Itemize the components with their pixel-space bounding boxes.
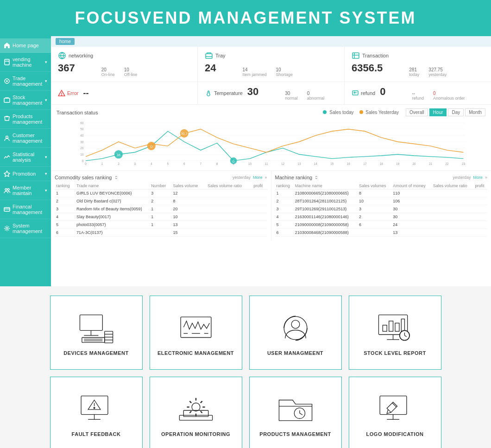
sidebar-item-stats[interactable]: Statistical analysis ▾ [0,148,51,167]
tile-products[interactable]: PRODUCTS MANAGEMENT [249,377,342,448]
transaction-right-label: yesterday [428,72,447,77]
tile-fault-label: FAULT FEEDBACK [72,431,121,437]
cell-number: 1 [150,205,171,213]
cell-sales: 3 [358,205,391,213]
legend-dot-yesterday [359,110,363,114]
sidebar-item-home[interactable]: Home page [0,38,51,53]
table-row: 6 21030008468(21090000588) 13 [275,229,488,237]
svg-text:15: 15 [330,162,334,165]
col-sales-volumes: Sales volumes [358,183,391,189]
networking-right-val: 10 [124,67,138,72]
cell-number: 1 [150,213,171,221]
sidebar-item-customer[interactable]: Customer management [0,129,51,148]
transaction-header: Transaction [352,51,484,60]
cell-name: 28T1001264(28110012125) [294,197,358,205]
networking-icon [58,51,66,60]
cell-rank: 1 [275,189,294,197]
col-amount: Amount of money [391,183,432,189]
commodity-more[interactable]: More [253,175,263,180]
chart-area: Transaction status Sales today Sales Yes… [51,105,491,171]
svg-text:14: 14 [314,162,318,165]
sidebar-item-system[interactable]: System management [0,219,51,238]
refund-section: refund 0 -- refund 0 Anomalous order [345,82,491,104]
transaction-left-label: today [409,72,419,77]
svg-text:30: 30 [80,140,84,144]
svg-text:0: 0 [85,162,87,165]
cell-amount: 30 [391,205,432,213]
cell-amount: 24 [391,221,432,229]
temp-left: 30 normal [285,91,298,101]
chevron-icon: ▾ [45,79,47,83]
svg-text:18: 18 [380,162,384,165]
svg-text:1: 1 [101,162,103,165]
tray-right: 10 Shortage [276,67,293,77]
cell-ratio [432,213,474,221]
tile-fault[interactable]: FAULT FEEDBACK [50,377,143,448]
devices-icon [78,309,115,347]
sidebar-item-member[interactable]: Member maintain ▾ [0,181,51,200]
commodity-title: Commodity sales ranking [55,175,119,180]
cell-profit [252,189,267,197]
tab-hour[interactable]: Hour [429,108,447,116]
customer-icon [4,135,10,141]
refund-right-val: 0 [433,91,465,96]
sidebar-item-promo[interactable]: Promotion ▾ [0,167,51,181]
sidebar-item-financial[interactable]: Financal management [0,200,51,219]
temperature-label: Temperature [205,89,243,97]
tile-electronic[interactable]: ELECTRONIC MANAGEMENT [150,296,242,370]
sidebar-label: Home page [13,43,39,48]
cell-sales [358,229,391,237]
legend-yesterday: Sales Yesterday [359,110,399,115]
tab-overall[interactable]: Overall [406,108,428,116]
networking-left-val: 20 [101,67,115,72]
tile-stock[interactable]: STOCK LEVEL REPORT [349,296,441,370]
temperature-icon [205,89,212,97]
cell-rank: 4 [275,213,294,221]
sidebar-item-stock[interactable]: Stock management ▾ [0,91,51,110]
col-trade-name: Trade name [75,183,150,189]
svg-text:22: 22 [445,162,449,165]
cell-name: Old Dirty Bastard c(027) [75,197,150,205]
tile-operation[interactable]: OPERATION MONITORING [150,377,242,448]
networking-big: 367 [58,62,75,74]
svg-rect-108 [380,396,407,414]
cell-name: Slay Beauty(0017) [75,213,150,221]
tile-devices[interactable]: DEVICES MANAGEMENT [50,296,143,370]
machine-more[interactable]: More [473,175,483,180]
sidebar-item-products[interactable]: Products management [0,110,51,129]
tab-month[interactable]: Month [465,108,485,116]
table-row: 6 71A-3C(0137) 15 [55,229,267,237]
svg-point-19 [62,95,62,95]
chart-controls: Sales today Sales Yesterday Overall Hour… [323,108,485,116]
chevron-icon: ▾ [45,171,47,176]
cell-profit [252,197,267,205]
cell-profit [473,205,487,213]
temp-numbers: 30 30 normal 0 abnormal [247,86,325,101]
svg-text:0: 0 [82,159,84,163]
sidebar-label: Products management [13,114,47,125]
cell-sales: 10 [171,213,206,221]
svg-point-101 [192,403,200,411]
cell-profit [473,221,487,229]
chevron-icon: ▾ [45,98,47,102]
breadcrumb-home[interactable]: home [56,38,75,45]
cell-rank: 3 [55,205,75,213]
legend-dot-today [323,110,327,114]
refund-left-label: refund [412,96,424,101]
sidebar-item-vending[interactable]: vending machine ▾ [0,53,51,72]
cell-name: 21030008468(21090000588) [294,229,358,237]
tile-logo[interactable]: LOGO MODIFICATION [349,377,441,448]
svg-point-10 [6,227,8,229]
tile-logo-label: LOGO MODIFICATION [366,431,424,437]
chart-tabs: Overall Hour Day Month [406,108,485,116]
svg-text:10: 10 [248,162,252,165]
tab-day[interactable]: Day [448,108,464,116]
svg-text:30.7: 30.7 [181,132,188,136]
sidebar-item-trade[interactable]: Trade management ▾ [0,72,51,91]
svg-rect-12 [206,54,212,58]
svg-rect-8 [4,208,10,211]
machine-table: ranking Machine name Sales volumes Amoun… [275,183,488,237]
chart-header: Transaction status Sales today Sales Yes… [57,108,485,116]
tile-devices-label: DEVICES MANAGEMENT [63,350,128,356]
tile-user[interactable]: USER MANAGMEENT [249,296,342,370]
